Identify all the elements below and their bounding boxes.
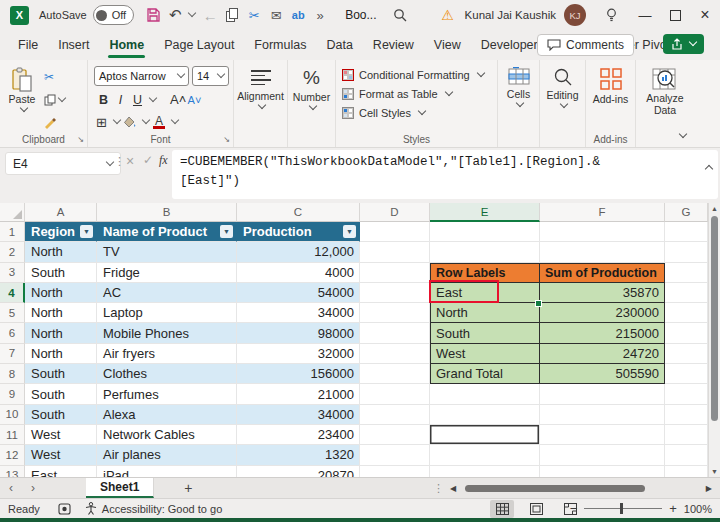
clipboard-dialog-launcher-icon[interactable]: ↘ (77, 135, 84, 144)
zoom-level[interactable]: 100% (684, 503, 712, 515)
addins-button[interactable]: Add-ins (586, 60, 635, 105)
cell-A9[interactable]: South (25, 384, 97, 404)
tab-view[interactable]: View (424, 33, 471, 57)
column-header-A[interactable]: A (25, 203, 97, 222)
scroll-down-icon[interactable]: ▼ (709, 468, 720, 475)
more-commands-icon[interactable]: » (309, 8, 331, 23)
tab-formulas[interactable]: Formulas (244, 33, 316, 57)
row-header-11[interactable]: 11 (0, 425, 25, 445)
cell-G10[interactable] (665, 405, 708, 425)
cell-E11[interactable] (430, 425, 540, 445)
page-layout-view-button[interactable] (524, 500, 548, 518)
analyze-data-button[interactable]: Analyze Data (636, 60, 694, 116)
cell-G6[interactable] (665, 323, 708, 343)
fill-color-chevron-icon[interactable] (142, 116, 150, 124)
scroll-up-icon[interactable]: ▲ (709, 205, 720, 212)
cell-D10[interactable] (360, 405, 430, 425)
accessibility-status[interactable]: Accessibility: Good to go (102, 503, 222, 515)
cell-styles-button[interactable]: Cell Styles (336, 103, 497, 122)
cell-G1[interactable] (665, 222, 708, 242)
cell-B9[interactable]: Perfumes (97, 384, 237, 404)
cell-F9[interactable] (540, 384, 665, 404)
formula-bar-divider[interactable]: ⋮ (114, 155, 125, 168)
decrease-font-button[interactable]: A˅ (187, 94, 202, 106)
cell-B1[interactable]: Name of Product▼ (97, 222, 237, 242)
cell-C9[interactable]: 21000 (237, 384, 360, 404)
tab-review[interactable]: Review (363, 33, 424, 57)
italic-button[interactable]: I (113, 93, 128, 107)
cell-F2[interactable] (540, 242, 665, 262)
number-button[interactable]: % Number (288, 60, 335, 111)
font-color-button[interactable]: A (153, 112, 165, 132)
format-painter-button[interactable] (44, 114, 65, 132)
column-header-G[interactable]: G (665, 203, 708, 222)
cell-B7[interactable]: Air fryers (97, 344, 237, 364)
cell-F11[interactable] (540, 425, 665, 445)
row-header-7[interactable]: 7 (0, 344, 25, 364)
cell-F10[interactable] (540, 405, 665, 425)
macro-record-icon[interactable] (58, 503, 71, 515)
increase-font-button[interactable]: A˄ (170, 92, 185, 107)
save-icon[interactable] (142, 8, 164, 22)
cell-B8[interactable]: Clothes (97, 364, 237, 384)
column-header-C[interactable]: C (237, 203, 360, 222)
cell-G12[interactable] (665, 445, 708, 465)
horizontal-scroll-thumb[interactable] (465, 485, 645, 492)
autosave-toggle[interactable]: Off (93, 5, 134, 25)
excel-logo-icon[interactable]: X (10, 6, 29, 25)
cell-F3[interactable]: Sum of Production (540, 263, 665, 283)
row-header-4[interactable]: 4 (0, 283, 25, 303)
cut-icon[interactable]: ✂ (243, 8, 265, 23)
cell-D6[interactable] (360, 323, 430, 343)
cell-B10[interactable]: Alexa (97, 405, 237, 425)
underline-chevron-icon[interactable] (149, 93, 157, 101)
filter-button-icon[interactable]: ▼ (220, 225, 233, 238)
tab-file[interactable]: File (8, 33, 48, 57)
cell-D1[interactable] (360, 222, 430, 242)
selection-fill-handle[interactable] (535, 300, 542, 307)
filter-button-icon[interactable]: ▼ (343, 225, 356, 238)
row-header-1[interactable]: 1 (0, 222, 25, 242)
cancel-button[interactable]: × (126, 153, 134, 169)
vertical-scroll-thumb[interactable] (711, 216, 718, 421)
cell-A11[interactable]: West (25, 425, 97, 445)
comments-button[interactable]: Comments (537, 34, 634, 56)
cell-B2[interactable]: TV (97, 242, 237, 262)
tab-home[interactable]: Home (99, 33, 154, 57)
search-icon[interactable] (389, 8, 411, 22)
cell-E9[interactable] (430, 384, 540, 404)
cell-C10[interactable]: 34000 (237, 405, 360, 425)
cell-C11[interactable]: 23400 (237, 425, 360, 445)
cell-B12[interactable]: Air planes (97, 445, 237, 465)
underline-button[interactable]: U (130, 93, 145, 107)
cell-D12[interactable] (360, 445, 430, 465)
cell-G9[interactable] (665, 384, 708, 404)
cell-F12[interactable] (540, 445, 665, 465)
format-as-table-button[interactable]: Format as Table (336, 84, 497, 103)
copy-icon[interactable] (221, 8, 243, 22)
cell-B13[interactable]: iPad (97, 466, 237, 477)
tab-scroll-divider[interactable]: ⋮ (433, 482, 444, 495)
cell-C5[interactable]: 34000 (237, 303, 360, 323)
cell-D9[interactable] (360, 384, 430, 404)
cell-B4[interactable]: AC (97, 283, 237, 303)
zoom-out-button[interactable]: − (570, 501, 578, 516)
cell-D3[interactable] (360, 263, 430, 283)
cell-D7[interactable] (360, 344, 430, 364)
cell-A13[interactable]: East (25, 466, 97, 477)
cell-D5[interactable] (360, 303, 430, 323)
column-header-F[interactable]: F (540, 203, 665, 222)
alignment-button[interactable]: Alignment (234, 60, 287, 110)
row-header-3[interactable]: 3 (0, 263, 25, 283)
cell-D2[interactable] (360, 242, 430, 262)
row-header-9[interactable]: 9 (0, 384, 25, 404)
cell-A5[interactable]: North (25, 303, 97, 323)
name-box[interactable]: E4 (5, 152, 121, 175)
scroll-right-icon[interactable]: ▶ (706, 484, 712, 493)
user-name[interactable]: Kunal Jai Kaushik (465, 9, 556, 21)
cell-E6[interactable]: South (430, 323, 540, 343)
cell-C2[interactable]: 12,000 (237, 242, 360, 262)
sheet-tab-sheet1[interactable]: Sheet1 (86, 478, 154, 498)
warning-icon[interactable]: ⚠ (437, 7, 459, 23)
cell-C13[interactable]: 20870 (237, 466, 360, 477)
